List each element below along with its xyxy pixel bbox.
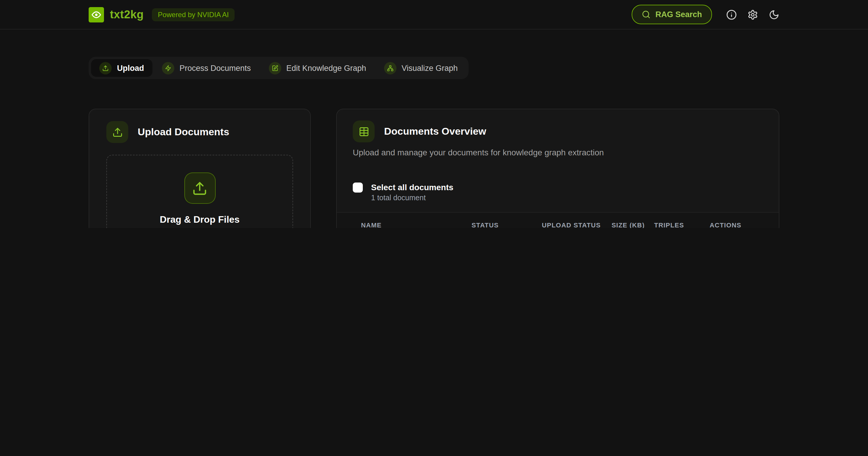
- moon-icon: [769, 9, 779, 20]
- app-root: txt2kg Powered by NVIDIA AI RAG Search: [0, 0, 868, 228]
- table-header-row: NAME STATUS UPLOAD STATUS SIZE (KB) TRIP…: [337, 212, 779, 228]
- column-header-name: NAME: [361, 221, 471, 228]
- nvidia-logo-icon: [89, 7, 104, 22]
- dropzone-title: Drag & Drop Files: [160, 215, 240, 225]
- powered-by-badge: Powered by NVIDIA AI: [152, 8, 235, 21]
- column-header-status: STATUS: [471, 221, 542, 228]
- upload-documents-card: Upload Documents Drag & Drop Files or br…: [89, 109, 311, 228]
- theme-toggle-button[interactable]: [769, 9, 779, 20]
- documents-card-subtitle: Upload and manage your documents for kno…: [353, 148, 763, 157]
- select-all-checkbox[interactable]: [353, 183, 363, 193]
- header-actions: RAG Search: [632, 5, 779, 24]
- table-icon: [353, 121, 375, 142]
- tab-upload[interactable]: Upload: [91, 59, 152, 77]
- column-header-actions: ACTIONS: [710, 221, 779, 228]
- upload-card-title: Upload Documents: [138, 126, 229, 138]
- info-icon: [726, 9, 737, 20]
- top-header: txt2kg Powered by NVIDIA AI RAG Search: [0, 0, 868, 30]
- column-header-upload-status: UPLOAD STATUS: [542, 221, 612, 228]
- gear-icon: [747, 9, 758, 20]
- tab-visualize-graph[interactable]: Visualize Graph: [375, 59, 466, 77]
- tab-edit-knowledge-graph[interactable]: Edit Knowledge Graph: [260, 59, 374, 77]
- main-content: Upload Process Documents Edit Knowledge …: [0, 30, 868, 228]
- dropzone[interactable]: Drag & Drop Files or browse files .md, .…: [106, 155, 293, 228]
- documents-card-title: Documents Overview: [384, 126, 486, 137]
- rag-search-button[interactable]: RAG Search: [632, 5, 712, 24]
- app-title: txt2kg: [110, 8, 144, 21]
- search-icon: [642, 10, 651, 19]
- tab-label: Edit Knowledge Graph: [286, 64, 366, 72]
- select-all-label: Select all documents: [371, 183, 454, 193]
- documents-overview-card: Documents Overview Upload and manage you…: [336, 109, 779, 228]
- column-header-triples: TRIPLES: [654, 221, 710, 228]
- rag-search-label: RAG Search: [655, 10, 702, 19]
- upload-icon: [184, 172, 215, 204]
- total-documents-label: 1 total document: [371, 194, 454, 202]
- settings-button[interactable]: [747, 9, 758, 20]
- info-button[interactable]: [726, 9, 737, 20]
- edit-icon: [269, 62, 281, 74]
- tab-label: Upload: [117, 64, 144, 72]
- tab-process-documents[interactable]: Process Documents: [154, 59, 259, 77]
- brand: txt2kg Powered by NVIDIA AI: [89, 7, 235, 22]
- graph-icon: [384, 62, 396, 74]
- tab-label: Process Documents: [180, 64, 251, 72]
- tab-label: Visualize Graph: [402, 64, 458, 72]
- upload-icon: [99, 62, 112, 74]
- tab-bar: Upload Process Documents Edit Knowledge …: [89, 57, 468, 79]
- column-header-size: SIZE (KB): [612, 221, 654, 228]
- upload-icon: [106, 121, 128, 143]
- lightning-icon: [162, 62, 174, 74]
